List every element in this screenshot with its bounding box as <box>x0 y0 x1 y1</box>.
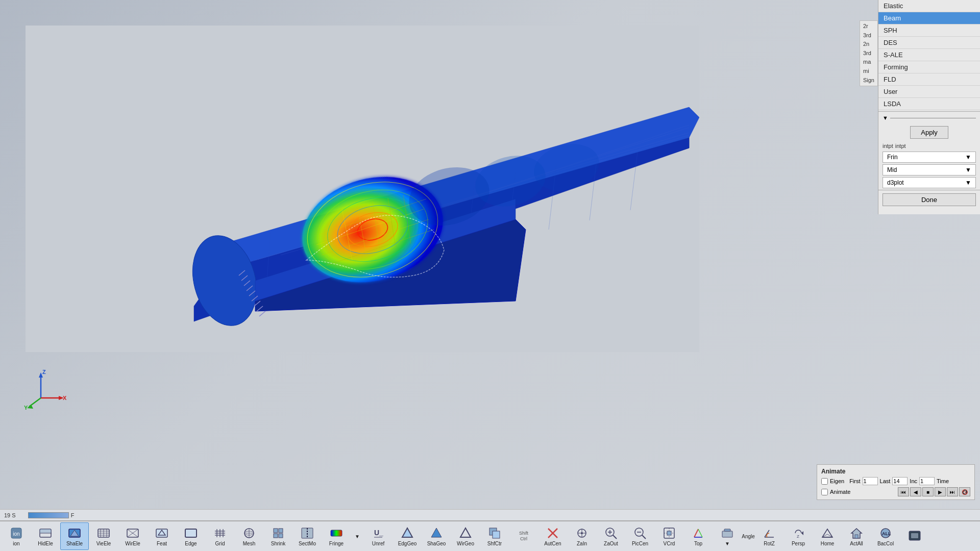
vcrd-label: Top <box>694 541 702 546</box>
toolbar-ion[interactable]: ion ion <box>2 522 31 550</box>
toolbar-wirgeo[interactable]: WirGeo <box>451 522 480 550</box>
panel-item-sale[interactable]: S-ALE <box>878 49 980 61</box>
shageo-label: ShaGeo <box>427 541 446 546</box>
eigen-checkbox[interactable] <box>821 478 828 485</box>
rewind-button[interactable]: ⏮ <box>898 487 909 496</box>
sectmo-label: SectMo <box>299 541 316 546</box>
toolbar-angle[interactable]: RotZ <box>755 522 783 550</box>
toolbar-edggeo[interactable]: EdgGeo <box>393 522 422 550</box>
svg-text:Z: Z <box>42 369 46 375</box>
dropdown-mid[interactable]: Mid ▼ <box>883 164 976 176</box>
shrink-label: Shrink <box>271 541 285 546</box>
toolbar-feat[interactable]: Feat <box>148 522 176 550</box>
play-button[interactable]: ▶ <box>935 487 946 496</box>
panel-item-user[interactable]: User <box>878 86 980 98</box>
fea-visualization <box>26 26 699 352</box>
zaout-icon <box>633 526 647 540</box>
status-bar: 19 S F <box>0 509 980 520</box>
side-label-2n: 2n <box>863 40 874 49</box>
toolbar-dropdown2[interactable]: Angle <box>742 522 754 550</box>
toolbar-mesh[interactable]: Mesh <box>235 522 263 550</box>
prev-button[interactable]: ◀ <box>910 487 921 496</box>
toolbar-top[interactable]: ▼ <box>713 522 742 550</box>
toolbar-fringe[interactable]: Fringe <box>322 522 351 550</box>
toolbar-sectmo[interactable]: SectMo <box>293 522 322 550</box>
hideele-icon <box>38 526 53 540</box>
toolbar-shrink[interactable]: Shrink <box>264 522 292 550</box>
svg-rect-77 <box>185 529 197 537</box>
toolbar-wirele[interactable]: WirEle <box>118 522 147 550</box>
home-icon <box>849 526 864 540</box>
shfctr-label: ShfCtr <box>487 541 502 546</box>
angle-icon <box>762 526 776 540</box>
toolbar-vcrd[interactable]: Top <box>684 522 713 550</box>
first-label: First <box>849 478 860 484</box>
svg-marker-128 <box>822 529 832 537</box>
toolbar-rotz[interactable]: Z Persp <box>784 522 813 550</box>
toolbar-dropdown1[interactable]: ▼ <box>351 522 363 550</box>
animate-checkbox[interactable] <box>821 489 828 495</box>
svg-text:U_: U_ <box>374 529 383 537</box>
dropdown2-label: Angle <box>742 534 755 539</box>
frame-slider[interactable] <box>28 512 69 518</box>
last-input[interactable] <box>892 477 908 485</box>
edggeo-label: EdgGeo <box>398 541 417 546</box>
side-label-3rd: 3rd <box>863 31 874 40</box>
panel-item-des[interactable]: DES <box>878 37 980 49</box>
dropdown-d3plot[interactable]: d3plot ▼ <box>883 177 976 188</box>
svg-line-109 <box>613 535 617 539</box>
panel-item-lsda[interactable]: LSDA <box>878 98 980 110</box>
shaele-label: ShaEle <box>66 541 83 546</box>
toolbar-edge[interactable]: Edge <box>177 522 205 550</box>
ff-button[interactable]: ⏭ <box>947 487 958 496</box>
feat-label: Feat <box>157 541 167 546</box>
panel-item-forming[interactable]: Forming <box>878 61 980 73</box>
ion-label: ion <box>13 541 19 546</box>
apply-button[interactable]: Apply <box>910 126 948 139</box>
toolbar-hideele[interactable]: HidEle <box>31 522 60 550</box>
autcen-label: ZaIn <box>577 541 587 546</box>
right-panel: Elastic Beam SPH DES S-ALE Forming FLD U… <box>878 0 980 214</box>
first-input[interactable] <box>863 477 878 485</box>
toolbar-clear[interactable]: AutCen <box>538 522 567 550</box>
panel-item-elastic[interactable]: Elastic <box>878 0 980 12</box>
toolbar-shageo[interactable]: ShaGeo <box>422 522 451 550</box>
animate-label: Animate <box>830 489 850 495</box>
panel-divider-1 <box>878 111 980 112</box>
clear-label: AutCen <box>544 541 561 546</box>
toolbar-zain[interactable]: ZaOut <box>597 522 625 550</box>
toolbar-zaout[interactable]: PicCen <box>626 522 654 550</box>
panel-item-sph[interactable]: SPH <box>878 24 980 37</box>
dropdown-arrow[interactable]: ▼ <box>878 113 980 123</box>
toolbar-baccol[interactable] <box>900 522 929 550</box>
toolbar-actall[interactable]: ALL BacCol <box>871 522 900 550</box>
panel-item-beam[interactable]: Beam <box>878 12 980 24</box>
inc-input[interactable] <box>919 477 935 485</box>
svg-line-119 <box>694 529 698 537</box>
mesh-icon <box>242 526 256 540</box>
home-label: ActAll <box>850 541 863 546</box>
toolbar-vieele[interactable]: VieEle <box>89 522 118 550</box>
side-label-2r: 2r <box>863 22 874 31</box>
dropdown-frin[interactable]: Frin ▼ <box>883 152 976 163</box>
mesh-label: Mesh <box>243 541 255 546</box>
toolbar-autcen[interactable]: ZaIn <box>568 522 596 550</box>
toolbar-home[interactable]: ActAll <box>842 522 871 550</box>
toolbar-shfctr[interactable]: ShfCtr <box>480 522 509 550</box>
sound-button[interactable]: 🔇 <box>959 487 970 496</box>
angle-label: RotZ <box>764 541 775 546</box>
grid-label: Grid <box>215 541 225 546</box>
toolbar-grid[interactable]: Grid <box>206 522 234 550</box>
panel-item-fld[interactable]: FLD <box>878 73 980 86</box>
axis-indicator: Z X Y <box>23 365 69 411</box>
stop-button[interactable]: ■ <box>922 487 934 496</box>
done-button[interactable]: Done <box>883 193 976 206</box>
toolbar-unref[interactable]: U_ Unref <box>364 522 393 550</box>
toolbar-shaele[interactable]: ShaEle <box>60 522 89 550</box>
toolbar-piccen[interactable]: VCrd <box>655 522 683 550</box>
viewport: Z X Y Elastic Beam SPH DES S-ALE Forming <box>0 0 980 551</box>
vieele-icon <box>96 526 111 540</box>
wirele-icon <box>126 526 140 540</box>
svg-text:ion: ion <box>13 531 19 537</box>
toolbar-persp[interactable]: Home <box>813 522 842 550</box>
